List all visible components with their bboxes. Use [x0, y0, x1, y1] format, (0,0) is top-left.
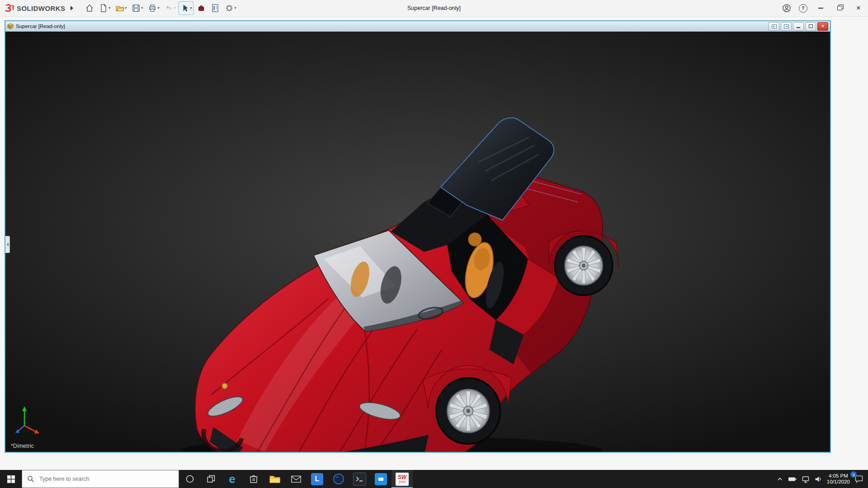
home-icon	[85, 4, 94, 13]
restore-button[interactable]	[830, 0, 849, 16]
undo-icon	[164, 4, 173, 13]
pane-left-button[interactable]	[769, 22, 779, 31]
pane-right-button[interactable]	[781, 22, 792, 31]
l-app-icon: L	[311, 473, 323, 485]
task-view-icon	[207, 474, 216, 483]
microsoft-store-icon	[248, 474, 259, 484]
windows-taskbar: e L SW 2020	[0, 470, 868, 488]
blue-app-icon	[375, 473, 387, 485]
sphere-app-icon	[333, 473, 344, 485]
solidworks-icon-text: SW	[398, 474, 406, 480]
undo-button[interactable]: ▾	[162, 1, 177, 15]
dropdown-icon[interactable]: ▾	[190, 6, 192, 10]
document-titlebar[interactable]: Supercar [Read-only] ×	[5, 21, 830, 32]
logo-text: SOLIDWORKS	[17, 5, 65, 12]
network-icon	[802, 475, 810, 483]
tray-network-button[interactable]	[802, 475, 810, 483]
restore-icon	[837, 6, 842, 10]
toolbox-button[interactable]	[195, 1, 208, 15]
new-document-button[interactable]: ▾	[97, 1, 112, 15]
solidworks-logo-icon	[5, 4, 14, 12]
account-icon	[782, 4, 791, 13]
system-tray: 4:05 PM 10/1/2020 3	[772, 470, 868, 488]
document-minimize-button[interactable]	[793, 22, 804, 31]
window-title: Supercar [Read-only]	[407, 0, 461, 16]
tray-battery-button[interactable]	[788, 475, 797, 483]
select-tool-button[interactable]: ▾	[179, 1, 193, 15]
close-button[interactable]: ×	[849, 0, 868, 16]
toolbar-flyout-arrow-icon[interactable]	[71, 6, 73, 10]
file-properties-button[interactable]	[209, 1, 222, 15]
pane-right-icon	[784, 24, 789, 28]
taskbar-search[interactable]	[22, 470, 179, 488]
view-orientation-label: *Dimetric	[11, 443, 34, 449]
cortana-icon	[185, 474, 194, 483]
taskbar-app-solidworks[interactable]: SW 2020	[392, 470, 413, 488]
mail-icon	[291, 474, 302, 483]
document-title: Supercar [Read-only]	[16, 23, 65, 29]
home-button[interactable]	[83, 1, 96, 15]
close-icon: ×	[821, 23, 824, 29]
open-folder-icon	[115, 4, 124, 13]
print-icon	[148, 4, 157, 13]
save-button[interactable]: ▾	[130, 1, 145, 15]
open-button[interactable]: ▾	[113, 1, 128, 15]
clock-time: 4:05 PM	[827, 473, 850, 479]
taskbar-app-edge[interactable]: e	[222, 470, 243, 488]
part-document-icon	[7, 23, 14, 29]
dropdown-icon[interactable]: ▾	[157, 6, 159, 10]
solidworks-icon-year: 2020	[399, 480, 406, 483]
solidworks-logo: SOLIDWORKS	[0, 4, 68, 12]
edge-icon: e	[229, 473, 235, 485]
battery-icon	[788, 475, 797, 483]
document-restore-button[interactable]	[805, 22, 816, 31]
options-gear-icon	[225, 4, 234, 13]
chevron-up-icon	[776, 475, 783, 483]
document-close-button[interactable]: ×	[817, 22, 828, 31]
search-icon	[27, 475, 34, 483]
taskbar-app-store[interactable]	[243, 470, 264, 488]
action-center-button[interactable]: 3	[854, 474, 863, 483]
toolbox-icon	[197, 4, 206, 13]
graphics-area[interactable]: *Dimetric	[5, 32, 830, 452]
options-button[interactable]: ▾	[223, 1, 238, 15]
dropdown-icon[interactable]: ▾	[108, 6, 110, 10]
taskbar-app-sphere[interactable]	[328, 470, 349, 488]
minimize-icon	[818, 8, 823, 9]
quick-access-toolbar: ▾ ▾ ▾ ▾ ▾ ▾ ▾	[83, 1, 238, 15]
task-view-button[interactable]	[200, 470, 222, 488]
dropdown-icon[interactable]: ▾	[141, 6, 143, 10]
dropdown-icon[interactable]: ▾	[234, 6, 236, 10]
taskbar-app-file-explorer[interactable]	[264, 470, 285, 488]
print-button[interactable]: ▾	[146, 1, 161, 15]
minimize-button[interactable]	[811, 0, 830, 16]
pane-left-icon	[772, 24, 777, 28]
taskbar-clock[interactable]: 4:05 PM 10/1/2020	[827, 473, 850, 485]
clock-date: 10/1/2020	[827, 479, 850, 485]
dropdown-icon[interactable]: ▾	[125, 6, 127, 10]
tray-chevron-button[interactable]	[776, 475, 783, 483]
start-button[interactable]	[0, 470, 22, 488]
taskbar-app-terminal[interactable]	[349, 470, 370, 488]
minimize-icon	[797, 27, 800, 28]
close-icon: ×	[856, 5, 860, 12]
taskbar-app-mail[interactable]	[285, 470, 307, 488]
supercar-3d-model[interactable]	[5, 32, 830, 452]
app-titlebar: SOLIDWORKS ▾ ▾ ▾ ▾ ▾ ▾	[0, 0, 868, 17]
solidworks-app-icon: SW 2020	[396, 473, 409, 486]
terminal-app-icon	[353, 473, 366, 486]
dropdown-icon[interactable]: ▾	[174, 6, 175, 10]
tray-volume-button[interactable]	[814, 475, 822, 483]
help-icon: ?	[799, 4, 807, 13]
document-window-controls: ×	[769, 22, 828, 31]
feature-manager-collapse-tab[interactable]	[5, 236, 10, 253]
orientation-triad	[14, 404, 42, 437]
cortana-button[interactable]	[179, 470, 200, 488]
titlebar-right-controls: ? ×	[778, 0, 868, 16]
taskbar-app-blue[interactable]	[370, 470, 392, 488]
select-cursor-icon	[180, 4, 189, 13]
search-input[interactable]	[38, 475, 174, 483]
help-button[interactable]: ?	[795, 0, 811, 16]
taskbar-app-l[interactable]: L	[307, 470, 328, 488]
account-button[interactable]	[778, 0, 795, 16]
